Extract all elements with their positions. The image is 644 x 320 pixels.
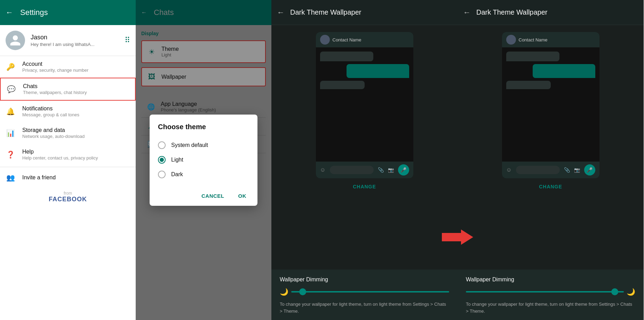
avatar (6, 31, 25, 50)
storage-title: Storage and data (22, 127, 85, 133)
change-button-4[interactable]: CHANGE (539, 184, 562, 189)
dialog-title: Choose theme (158, 123, 249, 131)
profile-status: Hey there! I am using WhatsA... (31, 42, 119, 47)
key-icon: 🔑 (6, 62, 15, 72)
notifications-sub: Message, group & call tones (22, 112, 79, 117)
help-text: Help Help center, contact us, privacy po… (22, 149, 98, 161)
input-field-4 (516, 166, 560, 174)
msg-received-4 (506, 52, 560, 61)
account-text: Account Privacy, security, change number (22, 61, 88, 73)
red-arrow (442, 229, 473, 245)
radio-dark[interactable]: Dark (158, 167, 249, 182)
account-sub: Privacy, security, change number (22, 68, 88, 73)
back-arrow-icon[interactable]: ← (6, 8, 13, 17)
radio-system-label: System default (171, 142, 208, 148)
input-field-3 (330, 166, 374, 174)
radio-light-circle (158, 156, 166, 164)
msg-received2-4 (506, 81, 551, 89)
settings-item-chats[interactable]: 💬 Chats Theme, wallpapers, chat history (0, 78, 136, 101)
phone-avatar-4 (506, 35, 516, 45)
radio-light[interactable]: Light (158, 153, 249, 167)
settings-panel: ← Settings Jason Hey there! I am using W… (0, 0, 136, 320)
profile-info: Jason Hey there! I am using WhatsA... (31, 34, 119, 47)
cancel-button[interactable]: CANCEL (199, 192, 227, 200)
dark-back-icon-4[interactable]: ← (463, 8, 471, 17)
radio-dark-label: Dark (171, 171, 183, 178)
attach-icon-4: 📎 (564, 167, 570, 173)
phone-contact-3: Contact Name (333, 37, 361, 42)
storage-icon: 📊 (6, 128, 15, 138)
dimming-desc-3: To change your wallpaper for light theme… (280, 301, 449, 314)
camera-icon-3: 📷 (388, 167, 394, 173)
phone-input-bar-4: ☺ 📎 📷 🎤 (502, 162, 599, 178)
slider-track-3[interactable] (291, 291, 449, 292)
phone-contact-4: Contact Name (519, 37, 548, 42)
dark-header-3: ← Dark Theme Wallpaper (271, 0, 458, 25)
radio-system-default[interactable]: System default (158, 138, 249, 153)
moon-icon-4: 🌙 (627, 288, 635, 296)
dimming-section-3: Wallpaper Dimming 🌙 To change your wallp… (271, 270, 458, 320)
settings-menu-list: 🔑 Account Privacy, security, change numb… (0, 56, 136, 320)
msg-received-3 (320, 52, 374, 61)
change-button-3[interactable]: CHANGE (353, 184, 376, 189)
settings-item-help[interactable]: ❓ Help Help center, contact us, privacy … (0, 144, 136, 165)
notifications-text: Notifications Message, group & call tone… (22, 106, 79, 117)
dark-wallpaper-panel-3: ← Dark Theme Wallpaper Contact Name ☺ 📎 … (271, 0, 458, 320)
dark-back-icon-3[interactable]: ← (277, 8, 285, 17)
dark-title-3: Dark Theme Wallpaper (290, 8, 361, 16)
settings-item-notifications[interactable]: 🔔 Notifications Message, group & call to… (0, 101, 136, 122)
dark-title-4: Dark Theme Wallpaper (476, 8, 548, 16)
phone-messages-3 (316, 47, 413, 162)
phone-avatar-3 (320, 35, 330, 45)
settings-item-storage[interactable]: 📊 Storage and data Network usage, auto-d… (0, 122, 136, 144)
divider (0, 167, 136, 167)
help-sub: Help center, contact us, privacy policy (22, 155, 98, 161)
facebook-section: from FACEBOOK (0, 187, 136, 210)
dimming-desc-4: To change your wallpaper for light theme… (466, 301, 635, 314)
storage-text: Storage and data Network usage, auto-dow… (22, 127, 85, 139)
phone-messages-4 (502, 47, 599, 162)
phone-mockup-3: Contact Name ☺ 📎 📷 🎤 (316, 32, 413, 178)
chats-text: Chats Theme, wallpapers, chat history (23, 83, 87, 95)
radio-dark-circle (158, 171, 166, 178)
chat-icon: 💬 (6, 84, 16, 94)
dimming-section-4: Wallpaper Dimming 🌙 To change your wallp… (458, 270, 644, 320)
dimming-title-3: Wallpaper Dimming (280, 276, 449, 283)
dark-header-4: ← Dark Theme Wallpaper (458, 0, 644, 25)
storage-sub: Network usage, auto-download (22, 134, 85, 139)
facebook-logo: FACEBOOK (49, 196, 87, 203)
emoji-icon-3: ☺ (320, 167, 326, 173)
profile-name: Jason (31, 34, 119, 41)
slider-track-4[interactable] (466, 291, 624, 292)
profile-row[interactable]: Jason Hey there! I am using WhatsA... ⠿ (0, 25, 136, 56)
dark-wallpaper-panel-4: ← Dark Theme Wallpaper Contact Name ☺ 📎 … (458, 0, 644, 320)
emoji-icon-4: ☺ (506, 167, 512, 173)
slider-row-3: 🌙 (280, 288, 449, 296)
from-label: from (64, 191, 72, 196)
ok-button[interactable]: OK (236, 192, 249, 200)
msg-sent-4 (533, 64, 595, 78)
dark-preview-4: Contact Name ☺ 📎 📷 🎤 CHANGE (458, 25, 644, 270)
slider-row-4: 🌙 (466, 288, 635, 296)
mic-button-3[interactable]: 🎤 (398, 164, 409, 175)
settings-item-account[interactable]: 🔑 Account Privacy, security, change numb… (0, 56, 136, 78)
moon-icon-3: 🌙 (280, 288, 288, 296)
phone-mockup-4: Contact Name ☺ 📎 📷 🎤 (502, 32, 599, 178)
notifications-title: Notifications (22, 106, 79, 112)
slider-thumb-4[interactable] (611, 288, 618, 295)
mic-button-4[interactable]: 🎤 (584, 164, 595, 175)
bell-icon: 🔔 (6, 107, 15, 116)
dark-preview-3: Contact Name ☺ 📎 📷 🎤 CHANGE (271, 25, 458, 270)
invite-icon: 👥 (6, 173, 15, 182)
slider-thumb-3[interactable] (299, 288, 306, 295)
attach-icon-3: 📎 (378, 167, 384, 173)
invite-friend-item[interactable]: 👥 Invite a friend (0, 169, 136, 187)
help-icon: ❓ (6, 150, 15, 159)
camera-icon-4: 📷 (574, 167, 580, 173)
theme-dialog: Choose theme System default Light Dark C… (150, 115, 257, 206)
help-title: Help (22, 149, 98, 155)
account-title: Account (22, 61, 88, 67)
invite-label: Invite a friend (22, 174, 56, 181)
phone-input-bar-3: ☺ 📎 📷 🎤 (316, 162, 413, 178)
qr-icon[interactable]: ⠿ (125, 36, 130, 45)
